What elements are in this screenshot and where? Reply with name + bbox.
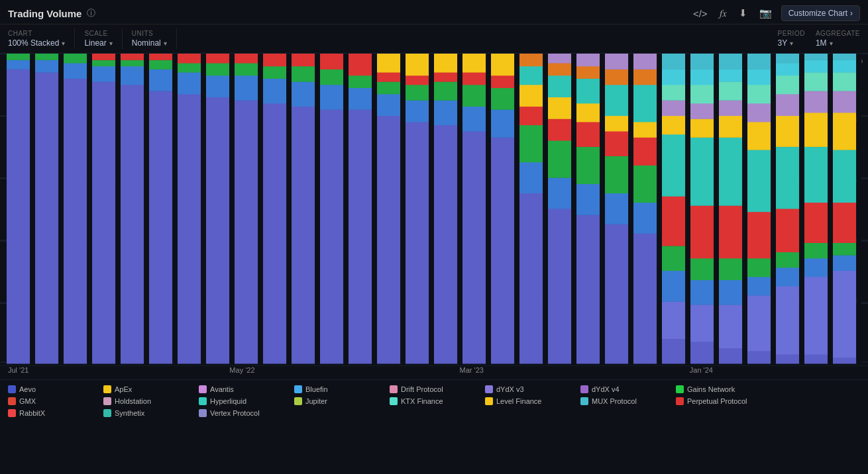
legend-color-drift-protocol: [390, 385, 398, 393]
legend-item: KTX Finance: [390, 397, 482, 405]
chart-type-group: CHART 100% Stacked ▾: [8, 28, 75, 49]
legend-label: ApEx: [115, 385, 132, 393]
right-controls: PERIOD 3Y ▾ AGGREGATE 1M ▾: [778, 30, 860, 48]
x-axis: Jul '21 May '22 Mar '23 Jan '24: [8, 366, 860, 379]
scale-value: Linear: [84, 38, 106, 48]
legend-label: RabbitX: [19, 409, 45, 417]
scale-select[interactable]: Linear ▾: [84, 38, 112, 48]
legend-color-gmx: [8, 397, 16, 405]
scale-label: SCALE: [84, 30, 112, 37]
legend-item: Hyperliquid: [199, 397, 292, 405]
code-icon[interactable]: </>: [690, 7, 710, 21]
period-group: PERIOD 3Y ▾: [778, 30, 805, 48]
legend-item: Avantis: [199, 385, 292, 393]
x-label-mar23: Mar '23: [460, 366, 484, 374]
x-label-may22: May '22: [229, 366, 254, 374]
legend-item: Bluefin: [294, 385, 387, 393]
legend-color-synthetix: [103, 409, 111, 417]
units-value: Nominal: [132, 38, 161, 48]
legend-color-aevo: [8, 385, 16, 393]
chart-type-arrow: ▾: [62, 40, 65, 47]
legend-color-gains-network: [676, 385, 684, 393]
chart-type-label: CHART: [8, 30, 65, 37]
legend-color-level-finance: [485, 397, 493, 405]
camera-icon[interactable]: 📷: [757, 6, 775, 21]
chart-canvas: [0, 54, 868, 366]
legend-item: RabbitX: [8, 409, 101, 417]
legend-label: Drift Protocol: [401, 385, 443, 393]
legend-item: Synthetix: [103, 409, 196, 417]
legend: Aevo ApEx Avantis Bluefin Drift Protocol…: [0, 379, 868, 422]
legend-label: GMX: [19, 397, 36, 405]
units-label: UNITS: [132, 30, 167, 37]
legend-label: Jupiter: [305, 397, 327, 405]
chart-type-value: 100% Stacked: [8, 38, 59, 48]
legend-label: dYdX v4: [592, 385, 620, 393]
legend-item: Level Finance: [485, 397, 578, 405]
legend-label: dYdX v3: [496, 385, 524, 393]
legend-item: Vertex Protocol: [199, 409, 292, 417]
header-left: Trading Volume ⓘ: [8, 7, 95, 19]
aggregate-label: AGGREGATE: [816, 30, 860, 37]
legend-color-perpetual-protocol: [676, 397, 684, 405]
info-icon[interactable]: ⓘ: [87, 7, 95, 19]
period-select[interactable]: 3Y ▾: [778, 38, 805, 48]
period-label: PERIOD: [778, 30, 805, 37]
aggregate-value: 1M: [816, 38, 827, 48]
legend-label: Perpetual Protocol: [687, 397, 747, 405]
legend-item: Holdstation: [103, 397, 196, 405]
legend-item: ApEx: [103, 385, 196, 393]
legend-label: Hyperliquid: [210, 397, 246, 405]
customize-chart-arrow: ›: [850, 9, 853, 18]
legend-label: Vertex Protocol: [210, 409, 260, 417]
toolbar: CHART 100% Stacked ▾ SCALE Linear ▾ UNIT…: [0, 24, 868, 54]
aggregate-select[interactable]: 1M ▾: [816, 38, 860, 48]
legend-label: Synthetix: [115, 409, 144, 417]
legend-label: Avantis: [210, 385, 234, 393]
legend-color-dydx-v3: [485, 385, 493, 393]
page-title: Trading Volume: [8, 8, 81, 19]
legend-label: Gains Network: [687, 385, 735, 393]
aggregate-arrow: ▾: [830, 40, 833, 47]
legend-label: Holdstation: [115, 397, 151, 405]
formula-icon[interactable]: 𝑓𝑥: [717, 6, 730, 21]
legend-label: Level Finance: [496, 397, 542, 405]
chart-type-select[interactable]: 100% Stacked ▾: [8, 38, 65, 48]
legend-color-rabbitx: [8, 409, 16, 417]
legend-item: dYdX v3: [485, 385, 578, 393]
legend-color-jupiter: [294, 397, 302, 405]
legend-color-hyperliquid: [199, 397, 207, 405]
scale-group: SCALE Linear ▾: [84, 28, 122, 49]
customize-chart-button[interactable]: Customize Chart ›: [781, 5, 860, 21]
legend-label: MUX Protocol: [592, 397, 637, 405]
legend-color-mux-protocol: [580, 397, 588, 405]
legend-color-avantis: [199, 385, 207, 393]
header: Trading Volume ⓘ </> 𝑓𝑥 ⬇ 📷 Customize Ch…: [0, 0, 868, 24]
x-label-jan24: Jan '24: [690, 366, 713, 374]
units-arrow: ▾: [164, 40, 167, 47]
x-label-jul21: Jul '21: [8, 366, 28, 374]
legend-item: Aevo: [8, 385, 101, 393]
legend-label: Bluefin: [305, 385, 328, 393]
legend-item: Perpetual Protocol: [676, 397, 769, 405]
download-icon[interactable]: ⬇: [736, 6, 750, 21]
legend-item: GMX: [8, 397, 101, 405]
legend-color-dydx-v4: [580, 385, 588, 393]
chart-area: ⊙ Artemis 100% 80% 60% 40% 20% 0% bars d…: [0, 54, 868, 366]
period-arrow: ▾: [790, 40, 793, 47]
legend-color-apex: [103, 385, 111, 393]
header-right: </> 𝑓𝑥 ⬇ 📷 Customize Chart ›: [690, 5, 860, 21]
customize-chart-label: Customize Chart: [788, 9, 847, 18]
scale-arrow: ▾: [109, 40, 113, 47]
legend-color-holdstation: [103, 397, 111, 405]
units-select[interactable]: Nominal ▾: [132, 38, 167, 48]
legend-item: MUX Protocol: [580, 397, 673, 405]
period-value: 3Y: [778, 38, 788, 48]
legend-label: KTX Finance: [401, 397, 443, 405]
legend-color-bluefin: [294, 385, 302, 393]
legend-item: Jupiter: [294, 397, 387, 405]
legend-item: Gains Network: [676, 385, 769, 393]
legend-color-ktx-finance: [390, 397, 398, 405]
aggregate-group: AGGREGATE 1M ▾: [816, 30, 860, 48]
legend-item: Drift Protocol: [390, 385, 482, 393]
